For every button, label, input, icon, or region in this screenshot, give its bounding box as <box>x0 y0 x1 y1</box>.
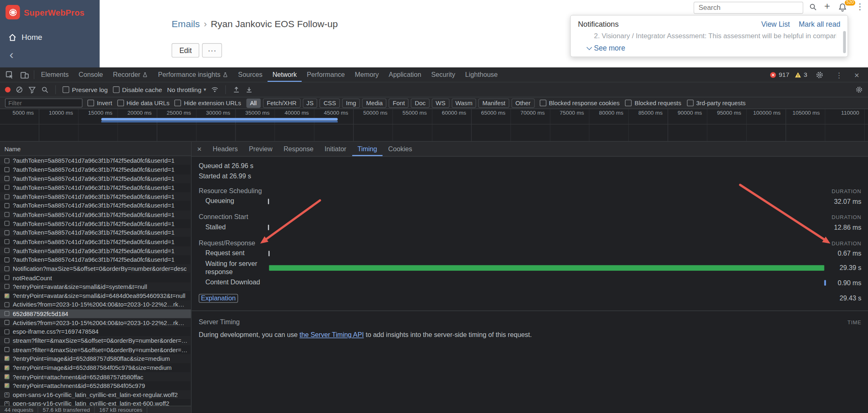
detail-tab[interactable]: Timing <box>352 142 383 156</box>
filter-funnel-icon[interactable] <box>28 86 36 94</box>
devtools-kebab-icon[interactable]: ⋮ <box>832 71 846 79</box>
sidebar-collapse-chevron-icon[interactable]: ‹ <box>9 49 14 61</box>
request-row[interactable]: ?authToken=5a8857c41d7a96c3f1b7f42f5eda0… <box>0 219 191 228</box>
request-row[interactable]: ?authToken=5a8857c41d7a96c3f1b7f42f5eda0… <box>0 165 191 174</box>
request-row[interactable]: open-sans-v16-cyrillic_latin_cyrillic-ex… <box>0 399 191 406</box>
request-row[interactable]: ?entryPoint=avatar&size=small&id=system&… <box>0 282 191 291</box>
view-list-link[interactable]: View List <box>761 20 790 28</box>
record-network-log-icon[interactable] <box>5 87 10 92</box>
import-har-icon[interactable] <box>233 86 240 94</box>
detail-tab[interactable]: Headers <box>207 142 243 156</box>
request-row[interactable]: ?authToken=5a8857c41d7a96c3f1b7f42f5eda0… <box>0 156 191 165</box>
global-search-input[interactable] <box>694 2 803 14</box>
request-row[interactable]: Activities?from=2023-10-15%2004:00&to=20… <box>0 318 191 327</box>
request-row[interactable]: ?authToken=5a8857c41d7a96c3f1b7f42f5eda0… <box>0 183 191 192</box>
devtools-settings-gear-icon[interactable] <box>812 71 827 79</box>
see-more-link[interactable]: See more <box>587 44 625 52</box>
topbar-kebab-icon[interactable]: ⋮ <box>856 2 864 12</box>
breadcrumb-section-link[interactable]: Emails <box>172 19 200 30</box>
request-type-pill[interactable]: Font <box>389 98 409 108</box>
request-row[interactable]: notReadCount <box>0 273 191 282</box>
console-error-counter[interactable]: 917 <box>769 71 790 78</box>
throttling-select[interactable]: No throttling ▾ <box>167 86 206 93</box>
detail-tab[interactable]: Initiator <box>319 142 352 156</box>
devtools-tab[interactable]: Network <box>268 67 302 82</box>
request-type-pill[interactable]: Other <box>512 98 535 108</box>
devtools-tab[interactable]: Elements <box>36 67 74 82</box>
devtools-tab[interactable]: Recorder <box>108 67 153 82</box>
network-conditions-wifi-icon[interactable] <box>211 86 219 94</box>
quick-create-plus-icon[interactable]: + <box>824 0 830 12</box>
request-type-pill[interactable]: Img <box>342 98 360 108</box>
request-row[interactable]: stream?filter=&maxSize=5&offset=0&orderB… <box>0 345 191 354</box>
network-filter-checkbox[interactable]: 3rd-party requests <box>687 99 746 106</box>
request-type-pill[interactable]: JS <box>302 98 317 108</box>
request-type-pill[interactable]: CSS <box>320 98 340 108</box>
issues-counter[interactable]: 3 <box>794 71 808 78</box>
devtools-tab[interactable]: Sources <box>233 67 268 82</box>
request-type-pill[interactable]: Wasm <box>452 98 476 108</box>
devtools-tab[interactable]: Performance insights <box>153 67 233 82</box>
search-icon[interactable] <box>809 3 817 14</box>
request-type-pill[interactable]: Fetch/XHR <box>263 98 300 108</box>
devtools-tab[interactable]: Memory <box>350 67 384 82</box>
request-row[interactable]: espo-iframe.css?r=1697478584 <box>0 327 191 336</box>
request-row[interactable]: ?entryPoint=attachment&id=652d887584f05c… <box>0 381 191 390</box>
search-network-icon[interactable] <box>41 86 49 94</box>
network-overview-timeline[interactable]: 5000 ms10000 ms15000 ms20000 ms25000 ms3… <box>0 109 868 141</box>
request-row[interactable]: ?authToken=5a8857c41d7a96c3f1b7f42f5eda0… <box>0 210 191 219</box>
explanation-link[interactable]: Explanation <box>199 294 238 303</box>
request-row[interactable]: ?authToken=5a8857c41d7a96c3f1b7f42f5eda0… <box>0 192 191 201</box>
devtools-tab[interactable]: Lighthouse <box>460 67 503 82</box>
network-filter-checkbox[interactable]: Blocked response cookies <box>540 99 620 106</box>
request-row[interactable]: Activities?from=2023-10-15%2004:00&to=20… <box>0 300 191 309</box>
detail-tab[interactable]: Preview <box>243 142 278 156</box>
request-row[interactable]: ?entryPoint=attachment&id=652d88757d580f… <box>0 372 191 381</box>
server-timing-api-link[interactable]: the Server Timing API <box>300 331 364 339</box>
request-row[interactable]: ?authToken=5a8857c41d7a96c3f1b7f42f5eda0… <box>0 237 191 246</box>
export-har-icon[interactable] <box>245 86 253 94</box>
brand-logo[interactable]: SuperWebPros <box>5 5 84 19</box>
request-type-pill[interactable]: Media <box>362 98 386 108</box>
network-filter-checkbox[interactable]: Blocked requests <box>625 99 681 106</box>
hide-data-urls-checkbox[interactable]: Hide data URLs <box>117 99 169 106</box>
clear-network-log-icon[interactable] <box>16 86 23 94</box>
devtools-tab[interactable]: Security <box>426 67 460 82</box>
request-row[interactable]: ?authToken=5a8857c41d7a96c3f1b7f42f5eda0… <box>0 174 191 183</box>
preserve-log-checkbox[interactable]: Preserve log <box>62 86 108 93</box>
detail-tab[interactable]: Cookies <box>383 142 418 156</box>
request-row[interactable]: stream?filter=&maxSize=5&offset=0&orderB… <box>0 336 191 345</box>
sidebar-item-home[interactable]: Home <box>8 32 42 42</box>
edit-button[interactable]: Edit <box>172 43 200 58</box>
request-row[interactable]: 652d887592fc5d184 <box>0 309 191 318</box>
devtools-tab[interactable]: Application <box>384 67 426 82</box>
request-row[interactable]: Notification?maxSize=5&offset=0&orderBy=… <box>0 264 191 273</box>
inspect-element-icon[interactable] <box>2 67 17 82</box>
request-row[interactable]: ?authToken=5a8857c41d7a96c3f1b7f42f5eda0… <box>0 201 191 210</box>
request-type-pill[interactable]: WS <box>432 98 449 108</box>
request-row[interactable]: ?entryPoint=image&id=652d88757d580ffac&s… <box>0 354 191 363</box>
request-row[interactable]: ?entryPoint=avatar&size=small&id=6484d0e… <box>0 291 191 300</box>
network-settings-gear-icon[interactable] <box>855 86 863 94</box>
request-row[interactable]: ?entryPoint=image&id=652d887584f05c979&s… <box>0 363 191 372</box>
network-filter-input[interactable] <box>5 99 83 108</box>
devtools-close-icon[interactable]: × <box>851 70 863 79</box>
request-type-pill[interactable]: All <box>246 98 261 108</box>
detail-tab[interactable]: Response <box>278 142 319 156</box>
request-type-pill[interactable]: Doc <box>411 98 429 108</box>
request-type-pill[interactable]: Manifest <box>478 98 509 108</box>
hide-extension-urls-checkbox[interactable]: Hide extension URLs <box>175 99 241 106</box>
request-row[interactable]: ?authToken=5a8857c41d7a96c3f1b7f42f5eda0… <box>0 246 191 255</box>
disable-cache-checkbox[interactable]: Disable cache <box>113 86 162 93</box>
request-row[interactable]: ?authToken=5a8857c41d7a96c3f1b7f42f5eda0… <box>0 228 191 237</box>
name-column-header[interactable]: Name <box>0 142 191 156</box>
close-detail-icon[interactable]: × <box>192 145 207 154</box>
devtools-tab[interactable]: Performance <box>302 67 350 82</box>
devtools-tab[interactable]: Console <box>74 67 108 82</box>
mark-all-read-link[interactable]: Mark all read <box>799 20 840 28</box>
device-toolbar-icon[interactable] <box>17 67 32 82</box>
notifications-scrollbar[interactable] <box>843 31 846 53</box>
more-actions-button[interactable]: ··· <box>202 43 222 58</box>
request-row[interactable]: open-sans-v16-cyrillic_latin_cyrillic-ex… <box>0 390 191 399</box>
request-row[interactable]: ?authToken=5a8857c41d7a96c3f1b7f42f5eda0… <box>0 255 191 264</box>
